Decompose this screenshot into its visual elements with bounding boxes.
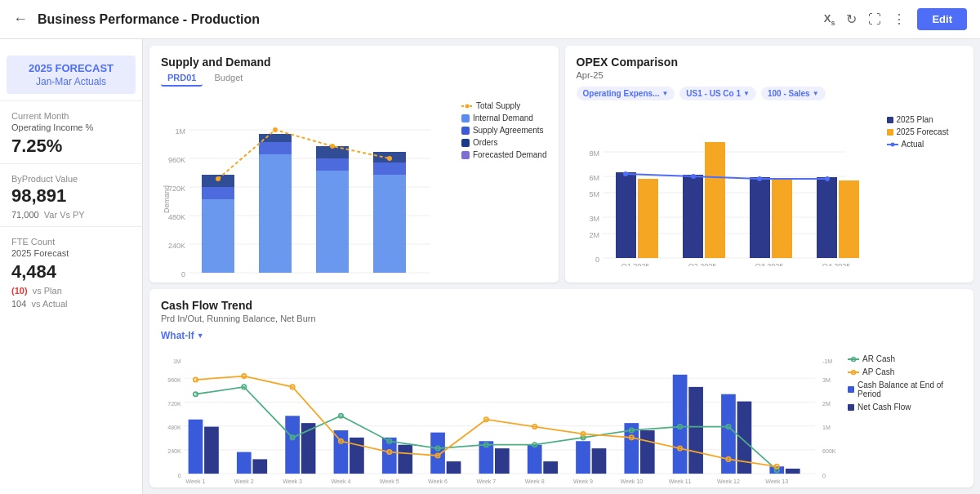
byproduct-label: ByProduct Value [11, 174, 131, 184]
operating-income-value: 7.25% [11, 136, 131, 157]
svg-point-58 [757, 176, 762, 181]
page-title: Business Performance - Production [38, 12, 824, 27]
svg-rect-19 [316, 171, 349, 273]
expand-icon[interactable]: ⛶ [868, 12, 881, 27]
byproduct-section: ByProduct Value 98,891 71,000 Var Vs PY [0, 163, 142, 226]
fte-vs-actual-label: vs Actual [31, 299, 67, 309]
svg-rect-92 [398, 445, 412, 474]
svg-rect-23 [373, 162, 406, 175]
svg-rect-99 [576, 441, 590, 474]
svg-text:0: 0 [822, 473, 826, 479]
svg-rect-108 [786, 469, 800, 474]
svg-text:Q1 2025: Q1 2025 [621, 262, 649, 266]
svg-text:240K: 240K [167, 448, 181, 455]
svg-rect-20 [316, 158, 349, 171]
svg-rect-54 [817, 177, 837, 258]
svg-text:960K: 960K [167, 377, 181, 384]
svg-text:480K: 480K [168, 213, 185, 221]
svg-point-65 [890, 142, 894, 146]
svg-text:960K: 960K [168, 156, 185, 164]
byproduct-value: 98,891 [11, 185, 131, 207]
legend-ar-cash: AR Cash [848, 354, 962, 363]
svg-text:2M: 2M [822, 401, 831, 407]
supply-legend: Total Supply Internal Demand Supply Agre… [461, 93, 547, 283]
supply-tabs: PRD01 Budget [161, 70, 547, 87]
svg-text:Week 3: Week 3 [283, 478, 302, 485]
svg-text:1M: 1M [173, 358, 181, 365]
svg-text:480K: 480K [167, 425, 181, 431]
svg-text:Week 7: Week 7 [476, 478, 496, 485]
refresh-icon[interactable]: ↻ [846, 11, 857, 27]
fte-section: FTE Count 2025 Forecast 4,484 (10) vs Pl… [0, 226, 142, 315]
edit-button[interactable]: Edit [917, 8, 967, 30]
svg-text:3M: 3M [589, 215, 599, 223]
opex-chart-container: 0 2M 3M 5M 6M 8M [577, 107, 963, 266]
svg-rect-94 [447, 461, 461, 474]
xs-icon[interactable]: Xs [824, 12, 835, 27]
svg-rect-98 [543, 461, 558, 474]
opex-dropdown2[interactable]: US1 - US Co 1 ▼ [679, 87, 756, 100]
current-month-label: Current Month [11, 111, 131, 121]
svg-rect-86 [252, 459, 267, 474]
svg-text:Week 4: Week 4 [331, 478, 350, 485]
svg-text:3M: 3M [822, 377, 831, 384]
opex-dropdown1[interactable]: Operating Expens... ▼ [577, 87, 675, 100]
svg-rect-52 [750, 177, 770, 258]
byproduct-var-number: 71,000 [11, 210, 39, 220]
main-container: 2025 FORECAST Jan-Mar Actuals Current Mo… [0, 39, 980, 494]
more-icon[interactable]: ⋮ [893, 11, 906, 27]
header-icons: Xs ↻ ⛶ ⋮ Edit [824, 8, 967, 30]
legend-supply-agreements: Supply Agreements [461, 126, 547, 135]
sidebar: 2025 FORECAST Jan-Mar Actuals Current Mo… [0, 39, 143, 494]
svg-rect-102 [640, 430, 655, 474]
svg-text:Week 2: Week 2 [234, 478, 254, 485]
fte-vs-plan: (10) vs Plan [11, 286, 131, 296]
svg-point-35 [465, 104, 469, 108]
svg-point-25 [216, 176, 220, 181]
svg-text:1M: 1M [175, 127, 185, 136]
forecast-badge: 2025 FORECAST Jan-Mar Actuals [7, 56, 136, 94]
legend-cash-balance: Cash Balance at End of Period [848, 381, 962, 398]
whatif-dropdown[interactable]: What-If ▼ [161, 330, 204, 341]
svg-rect-18 [259, 134, 292, 142]
svg-rect-48 [616, 172, 636, 258]
svg-rect-85 [237, 452, 252, 474]
fte-vs-actual: 104 vs Actual [11, 299, 131, 309]
svg-rect-97 [528, 445, 542, 474]
svg-text:Week 1: Week 1 [186, 478, 206, 485]
fte-label: FTE Count [11, 237, 131, 247]
content-area: Supply and Demand PRD01 Budget 0 240K 48… [143, 39, 980, 494]
svg-text:Q2 2025: Q2 2025 [688, 262, 716, 266]
fte-vs-plan-label: vs Plan [33, 286, 62, 296]
opex-dropdown3[interactable]: 100 - Sales ▼ [761, 87, 826, 100]
cashflow-legend: AR Cash AP Cash Cash Balance at End of P… [848, 346, 962, 412]
tab-prd01[interactable]: PRD01 [161, 70, 203, 87]
svg-rect-104 [688, 387, 703, 474]
svg-text:Week 5: Week 5 [380, 478, 399, 485]
supply-chart-container: 0 240K 480K 720K 960K 1M Demand [161, 93, 547, 283]
svg-rect-50 [683, 175, 703, 258]
svg-rect-13 [202, 199, 234, 273]
svg-text:720K: 720K [168, 185, 185, 193]
tab-budget[interactable]: Budget [207, 70, 249, 87]
svg-point-134 [775, 465, 779, 469]
svg-text:Week 12: Week 12 [717, 478, 740, 485]
svg-rect-17 [259, 142, 292, 154]
svg-text:240K: 240K [168, 242, 185, 250]
svg-point-26 [273, 127, 278, 132]
legend-net-cash-flow: Net Cash Flow [848, 403, 962, 412]
svg-point-57 [691, 174, 696, 179]
svg-text:Week 10: Week 10 [620, 478, 643, 485]
legend-2025-plan: 2025 Plan [887, 115, 960, 124]
opex-dropdowns: Operating Expens... ▼ US1 - US Co 1 ▼ 10… [577, 87, 963, 100]
opex-card: OPEX Comparison Apr-25 Operating Expens.… [565, 46, 974, 283]
header: ← Business Performance - Production Xs ↻… [0, 0, 980, 39]
back-button[interactable]: ← [13, 11, 28, 28]
legend-total-supply: Total Supply [461, 101, 547, 110]
legend-actual: Actual [887, 140, 960, 149]
svg-text:Week 8: Week 8 [525, 478, 545, 485]
svg-text:1M: 1M [822, 425, 831, 431]
legend-orders: Orders [461, 138, 547, 147]
svg-text:5M: 5M [589, 190, 599, 198]
svg-text:0: 0 [178, 473, 181, 479]
